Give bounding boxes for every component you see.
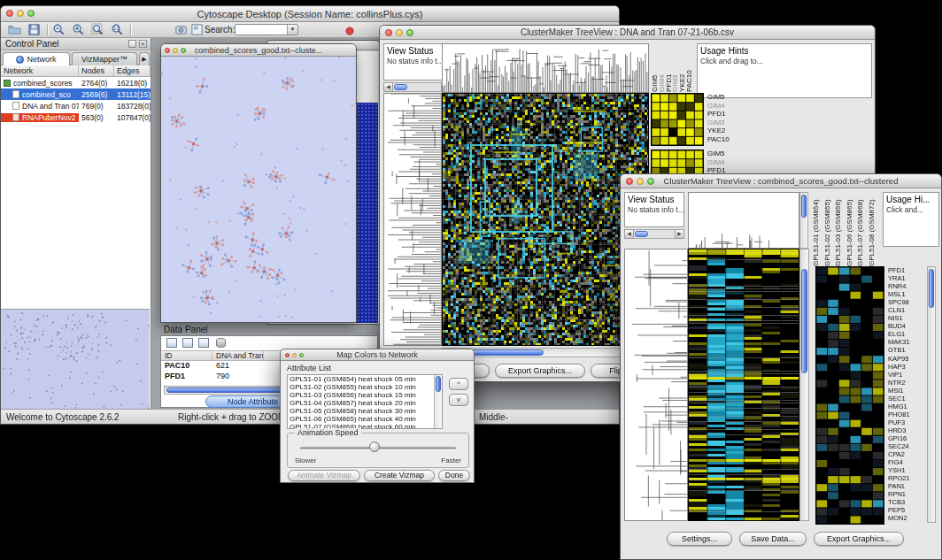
gene-label[interactable]: TCB3 xyxy=(888,498,925,506)
gene-label[interactable]: MON2 xyxy=(888,514,925,522)
minimize-button[interactable] xyxy=(637,178,644,185)
network-graph-canvas[interactable] xyxy=(161,57,356,322)
zoom-fit-icon[interactable] xyxy=(91,23,104,36)
scrollbar-thumb[interactable] xyxy=(801,195,807,218)
chevron-down-icon[interactable]: ▼ xyxy=(287,25,297,35)
treeview1-titlebar[interactable]: ClusterMaker TreeView : DNA and Tran 07-… xyxy=(380,26,875,40)
zoom-button[interactable] xyxy=(299,353,304,357)
gene-label[interactable]: CPA2 xyxy=(888,450,925,458)
network-table-column[interactable]: Nodes xyxy=(79,65,114,76)
heatmap-canvas[interactable] xyxy=(689,249,799,520)
gene-label[interactable]: MAK31 xyxy=(888,338,925,346)
minimize-button[interactable] xyxy=(173,48,178,53)
treeview2-button[interactable]: Settings... xyxy=(667,532,732,546)
scroll-left-icon[interactable]: ◀ xyxy=(383,82,393,92)
tab-vizmapper[interactable]: VizMapper™ xyxy=(72,52,137,65)
gene-label[interactable]: FIG4 xyxy=(888,458,925,466)
matrix-row-label[interactable]: YKE2 xyxy=(707,127,746,135)
scrollbar-thumb[interactable] xyxy=(801,269,807,373)
zoom-in-icon[interactable] xyxy=(72,23,85,36)
database-icon[interactable] xyxy=(216,338,226,348)
gene-label[interactable]: MSL1 xyxy=(888,290,925,298)
column-label[interactable]: GIM4 xyxy=(658,42,665,92)
close-icon[interactable]: ✕ xyxy=(139,40,147,48)
column-dendrogram-canvas[interactable] xyxy=(689,193,799,248)
treeview2-titlebar[interactable]: ClusterMaker TreeView : combined_scores_… xyxy=(621,174,941,188)
snapshot-icon[interactable] xyxy=(174,23,188,36)
matrix-row-label[interactable]: GIM4 xyxy=(707,102,746,111)
scrollbar-thumb[interactable] xyxy=(929,269,934,308)
zoom-heatmap-canvas[interactable] xyxy=(816,267,884,524)
gene-label[interactable]: CLN1 xyxy=(888,306,925,314)
matrix-row-label[interactable]: PFD1 xyxy=(707,110,746,119)
gene-label[interactable]: KAP95 xyxy=(888,355,925,363)
gene-label[interactable]: NIS1 xyxy=(888,314,925,322)
attribute-list-item[interactable]: GPL51-04 (GSM857) heat shock 20 min xyxy=(288,399,442,407)
attribute-list-item[interactable]: GPL51-02 (GSM855) heat shock 10 min xyxy=(288,383,442,391)
attribute-list-item[interactable]: GPL51-05 (GSM858) heat shock 30 min xyxy=(288,407,442,415)
gene-label[interactable]: GTB1 xyxy=(888,346,925,354)
close-button[interactable] xyxy=(626,178,633,185)
column-dendrogram-canvas[interactable] xyxy=(443,44,648,92)
attribute-list-item[interactable]: GPL51-01 (GSM854) heat shock 05 min xyxy=(288,375,442,383)
gene-label[interactable]: PEP5 xyxy=(888,506,925,514)
gene-label[interactable]: SPC98 xyxy=(888,298,925,306)
network-attribute-table-icon[interactable] xyxy=(198,338,209,348)
gene-label[interactable]: HRD3 xyxy=(888,426,925,434)
matrix-row-label[interactable]: GIM5 xyxy=(707,150,746,158)
gene-label[interactable]: RNR4 xyxy=(888,282,925,290)
gene-label[interactable]: RPN1 xyxy=(888,490,925,498)
gene-label[interactable]: PAN1 xyxy=(888,482,925,490)
gene-label[interactable]: SEC24 xyxy=(888,442,925,450)
attribute-list-item[interactable]: GPL51-03 (GSM856) heat shock 15 min xyxy=(288,391,442,399)
dialog-titlebar[interactable]: Map Colors to Network xyxy=(281,349,474,361)
gene-label[interactable]: GPI16 xyxy=(888,434,925,442)
list-vscrollbar[interactable] xyxy=(434,375,442,428)
column-label[interactable]: GPL51-06 (GSM865) xyxy=(845,181,857,266)
save-icon[interactable] xyxy=(27,23,41,36)
column-label[interactable]: GIM5 xyxy=(651,42,658,92)
main-titlebar[interactable]: Cytoscape Desktop (Session Name: collins… xyxy=(1,6,619,22)
gene-label[interactable]: YSH1 xyxy=(888,466,925,474)
gene-label[interactable]: HAP3 xyxy=(888,363,925,371)
gene-list-vscrollbar[interactable] xyxy=(927,266,936,523)
network-table-row[interactable]: combined_scores 2764(0) 16218(0) xyxy=(1,77,151,88)
column-label[interactable]: GPL51-01 (GSM854) xyxy=(812,181,823,266)
scroll-left-icon[interactable]: ◀ xyxy=(624,229,634,239)
gene-label[interactable]: VIP1 xyxy=(888,371,925,379)
data-table-column[interactable]: DNA and Tran 07-21-06... xyxy=(212,351,264,360)
dialog-button[interactable]: Animate Vizmap xyxy=(288,470,360,481)
row-dendrogram-canvas[interactable] xyxy=(625,249,687,520)
minimize-button[interactable] xyxy=(396,29,403,36)
speed-slider-thumb[interactable] xyxy=(369,441,380,452)
scrollbar-thumb[interactable] xyxy=(394,84,407,90)
row-dendrogram-canvas[interactable] xyxy=(384,94,441,345)
red-circle-icon[interactable] xyxy=(344,24,358,37)
gene-label[interactable]: PUF3 xyxy=(888,418,925,426)
scroll-track[interactable] xyxy=(393,82,441,92)
scrollbar-thumb[interactable] xyxy=(436,376,441,392)
zoom-button[interactable] xyxy=(27,10,35,17)
treeview2-button[interactable]: Save Data... xyxy=(739,532,807,546)
mini-hscrollbar[interactable]: ◀ ▶ xyxy=(624,229,684,239)
zoom-button[interactable] xyxy=(647,178,654,185)
dialog-button[interactable]: Create Vizmap xyxy=(364,470,435,481)
column-label[interactable]: PAC10 xyxy=(685,42,692,92)
edge-attribute-table-icon[interactable] xyxy=(182,338,193,348)
float-icon[interactable] xyxy=(128,40,136,48)
matrix-row-label[interactable]: GIM4 xyxy=(707,158,746,167)
scroll-track[interactable] xyxy=(634,229,675,239)
gene-label[interactable]: RPO21 xyxy=(888,474,925,482)
tab-overflow-arrow[interactable]: ▶ xyxy=(139,52,150,65)
scroll-right-icon[interactable]: ▶ xyxy=(675,229,684,239)
search-input[interactable] xyxy=(236,25,287,35)
zoom-button[interactable] xyxy=(181,48,186,53)
close-button[interactable] xyxy=(6,10,13,17)
tab-network[interactable]: Network xyxy=(3,52,70,65)
zoom-button[interactable] xyxy=(406,29,413,36)
scrollbar-thumb[interactable] xyxy=(635,231,648,237)
matrix-row-label[interactable]: GIM3 xyxy=(707,119,746,127)
top-vscrollbar[interactable] xyxy=(799,192,808,249)
gene-label[interactable]: BUD4 xyxy=(888,322,925,330)
zoom-actual-size-icon[interactable]: 1:1 xyxy=(111,23,124,36)
